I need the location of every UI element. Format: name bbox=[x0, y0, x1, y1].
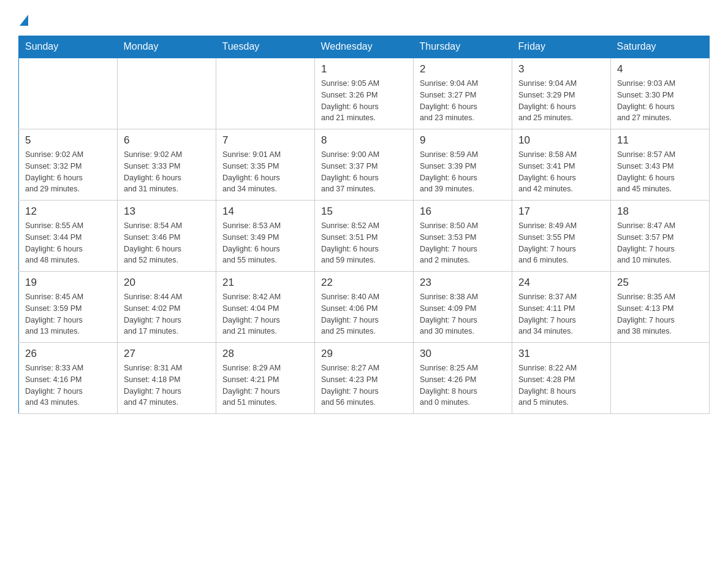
day-number: 26 bbox=[25, 348, 111, 360]
calendar-cell: 17Sunrise: 8:49 AM Sunset: 3:55 PM Dayli… bbox=[512, 201, 611, 272]
day-info: Sunrise: 8:22 AM Sunset: 4:28 PM Dayligh… bbox=[518, 362, 604, 408]
day-info: Sunrise: 9:01 AM Sunset: 3:35 PM Dayligh… bbox=[222, 149, 308, 195]
calendar-cell: 29Sunrise: 8:27 AM Sunset: 4:23 PM Dayli… bbox=[315, 343, 414, 414]
calendar-cell: 23Sunrise: 8:38 AM Sunset: 4:09 PM Dayli… bbox=[414, 272, 512, 343]
day-of-week-header: Saturday bbox=[611, 36, 710, 58]
calendar-header: SundayMondayTuesdayWednesdayThursdayFrid… bbox=[19, 36, 710, 58]
day-number: 6 bbox=[124, 134, 210, 147]
calendar-week-row: 1Sunrise: 9:05 AM Sunset: 3:26 PM Daylig… bbox=[19, 58, 710, 129]
days-of-week-row: SundayMondayTuesdayWednesdayThursdayFrid… bbox=[19, 36, 710, 58]
day-number: 22 bbox=[321, 277, 407, 289]
calendar-week-row: 12Sunrise: 8:55 AM Sunset: 3:44 PM Dayli… bbox=[19, 201, 710, 272]
calendar-cell: 2Sunrise: 9:04 AM Sunset: 3:27 PM Daylig… bbox=[414, 58, 512, 129]
calendar-cell: 27Sunrise: 8:31 AM Sunset: 4:18 PM Dayli… bbox=[118, 343, 216, 414]
day-info: Sunrise: 8:42 AM Sunset: 4:04 PM Dayligh… bbox=[222, 291, 308, 337]
calendar-cell: 5Sunrise: 9:02 AM Sunset: 3:32 PM Daylig… bbox=[19, 129, 118, 201]
day-info: Sunrise: 8:31 AM Sunset: 4:18 PM Dayligh… bbox=[124, 362, 210, 408]
page-header bbox=[18, 12, 710, 26]
day-info: Sunrise: 9:05 AM Sunset: 3:26 PM Dayligh… bbox=[321, 78, 407, 124]
day-number: 23 bbox=[420, 277, 506, 289]
day-info: Sunrise: 8:57 AM Sunset: 3:43 PM Dayligh… bbox=[617, 149, 703, 195]
day-info: Sunrise: 8:40 AM Sunset: 4:06 PM Dayligh… bbox=[321, 291, 407, 337]
day-number: 12 bbox=[25, 205, 111, 218]
day-info: Sunrise: 8:52 AM Sunset: 3:51 PM Dayligh… bbox=[321, 220, 407, 266]
day-info: Sunrise: 8:59 AM Sunset: 3:39 PM Dayligh… bbox=[420, 149, 506, 195]
calendar-cell bbox=[19, 58, 118, 129]
calendar-cell: 13Sunrise: 8:54 AM Sunset: 3:46 PM Dayli… bbox=[118, 201, 216, 272]
day-number: 17 bbox=[518, 205, 604, 218]
calendar-cell: 26Sunrise: 8:33 AM Sunset: 4:16 PM Dayli… bbox=[19, 343, 118, 414]
day-info: Sunrise: 8:27 AM Sunset: 4:23 PM Dayligh… bbox=[321, 362, 407, 408]
day-number: 15 bbox=[321, 205, 407, 218]
day-number: 10 bbox=[518, 134, 604, 147]
day-info: Sunrise: 8:58 AM Sunset: 3:41 PM Dayligh… bbox=[518, 149, 604, 195]
calendar-week-row: 19Sunrise: 8:45 AM Sunset: 3:59 PM Dayli… bbox=[19, 272, 710, 343]
day-number: 29 bbox=[321, 348, 407, 360]
calendar-cell: 28Sunrise: 8:29 AM Sunset: 4:21 PM Dayli… bbox=[216, 343, 315, 414]
day-info: Sunrise: 8:50 AM Sunset: 3:53 PM Dayligh… bbox=[420, 220, 506, 266]
day-info: Sunrise: 8:45 AM Sunset: 3:59 PM Dayligh… bbox=[25, 291, 111, 337]
day-info: Sunrise: 8:55 AM Sunset: 3:44 PM Dayligh… bbox=[25, 220, 111, 266]
calendar-cell: 15Sunrise: 8:52 AM Sunset: 3:51 PM Dayli… bbox=[315, 201, 414, 272]
day-number: 5 bbox=[25, 134, 111, 147]
calendar-cell: 9Sunrise: 8:59 AM Sunset: 3:39 PM Daylig… bbox=[414, 129, 512, 201]
calendar-cell: 18Sunrise: 8:47 AM Sunset: 3:57 PM Dayli… bbox=[611, 201, 710, 272]
calendar-cell: 11Sunrise: 8:57 AM Sunset: 3:43 PM Dayli… bbox=[611, 129, 710, 201]
day-number: 24 bbox=[518, 277, 604, 289]
day-info: Sunrise: 8:54 AM Sunset: 3:46 PM Dayligh… bbox=[124, 220, 210, 266]
day-number: 3 bbox=[518, 63, 604, 75]
calendar-cell bbox=[118, 58, 216, 129]
day-number: 27 bbox=[124, 348, 210, 360]
day-info: Sunrise: 8:25 AM Sunset: 4:26 PM Dayligh… bbox=[420, 362, 506, 408]
calendar-cell: 20Sunrise: 8:44 AM Sunset: 4:02 PM Dayli… bbox=[118, 272, 216, 343]
day-of-week-header: Wednesday bbox=[315, 36, 414, 58]
day-info: Sunrise: 8:29 AM Sunset: 4:21 PM Dayligh… bbox=[222, 362, 308, 408]
calendar-cell: 24Sunrise: 8:37 AM Sunset: 4:11 PM Dayli… bbox=[512, 272, 611, 343]
day-of-week-header: Thursday bbox=[414, 36, 512, 58]
calendar-cell: 31Sunrise: 8:22 AM Sunset: 4:28 PM Dayli… bbox=[512, 343, 611, 414]
day-number: 25 bbox=[617, 277, 703, 289]
calendar-cell: 8Sunrise: 9:00 AM Sunset: 3:37 PM Daylig… bbox=[315, 129, 414, 201]
calendar-cell: 30Sunrise: 8:25 AM Sunset: 4:26 PM Dayli… bbox=[414, 343, 512, 414]
day-info: Sunrise: 9:02 AM Sunset: 3:32 PM Dayligh… bbox=[25, 149, 111, 195]
day-number: 2 bbox=[420, 63, 506, 75]
logo-triangle-icon bbox=[20, 15, 28, 26]
day-number: 19 bbox=[25, 277, 111, 289]
day-number: 16 bbox=[420, 205, 506, 218]
calendar-cell: 7Sunrise: 9:01 AM Sunset: 3:35 PM Daylig… bbox=[216, 129, 315, 201]
day-number: 20 bbox=[124, 277, 210, 289]
day-number: 31 bbox=[518, 348, 604, 360]
day-number: 18 bbox=[617, 205, 703, 218]
calendar-cell bbox=[216, 58, 315, 129]
calendar-week-row: 26Sunrise: 8:33 AM Sunset: 4:16 PM Dayli… bbox=[19, 343, 710, 414]
calendar-table: SundayMondayTuesdayWednesdayThursdayFrid… bbox=[18, 36, 710, 414]
calendar-cell: 21Sunrise: 8:42 AM Sunset: 4:04 PM Dayli… bbox=[216, 272, 315, 343]
day-number: 21 bbox=[222, 277, 308, 289]
calendar-cell: 3Sunrise: 9:04 AM Sunset: 3:29 PM Daylig… bbox=[512, 58, 611, 129]
calendar-week-row: 5Sunrise: 9:02 AM Sunset: 3:32 PM Daylig… bbox=[19, 129, 710, 201]
day-info: Sunrise: 8:35 AM Sunset: 4:13 PM Dayligh… bbox=[617, 291, 703, 337]
day-info: Sunrise: 8:33 AM Sunset: 4:16 PM Dayligh… bbox=[25, 362, 111, 408]
day-of-week-header: Tuesday bbox=[216, 36, 315, 58]
day-number: 30 bbox=[420, 348, 506, 360]
day-number: 28 bbox=[222, 348, 308, 360]
day-of-week-header: Friday bbox=[512, 36, 611, 58]
calendar-cell: 14Sunrise: 8:53 AM Sunset: 3:49 PM Dayli… bbox=[216, 201, 315, 272]
calendar-cell: 10Sunrise: 8:58 AM Sunset: 3:41 PM Dayli… bbox=[512, 129, 611, 201]
calendar-cell: 4Sunrise: 9:03 AM Sunset: 3:30 PM Daylig… bbox=[611, 58, 710, 129]
day-info: Sunrise: 8:53 AM Sunset: 3:49 PM Dayligh… bbox=[222, 220, 308, 266]
day-info: Sunrise: 8:47 AM Sunset: 3:57 PM Dayligh… bbox=[617, 220, 703, 266]
day-number: 7 bbox=[222, 134, 308, 147]
day-of-week-header: Sunday bbox=[19, 36, 118, 58]
calendar-body: 1Sunrise: 9:05 AM Sunset: 3:26 PM Daylig… bbox=[19, 58, 710, 414]
day-number: 1 bbox=[321, 63, 407, 75]
calendar-cell: 6Sunrise: 9:02 AM Sunset: 3:33 PM Daylig… bbox=[118, 129, 216, 201]
day-info: Sunrise: 8:38 AM Sunset: 4:09 PM Dayligh… bbox=[420, 291, 506, 337]
day-info: Sunrise: 8:37 AM Sunset: 4:11 PM Dayligh… bbox=[518, 291, 604, 337]
day-number: 4 bbox=[617, 63, 703, 75]
calendar-cell: 12Sunrise: 8:55 AM Sunset: 3:44 PM Dayli… bbox=[19, 201, 118, 272]
day-info: Sunrise: 9:02 AM Sunset: 3:33 PM Dayligh… bbox=[124, 149, 210, 195]
calendar-cell: 22Sunrise: 8:40 AM Sunset: 4:06 PM Dayli… bbox=[315, 272, 414, 343]
day-number: 14 bbox=[222, 205, 308, 218]
day-number: 9 bbox=[420, 134, 506, 147]
